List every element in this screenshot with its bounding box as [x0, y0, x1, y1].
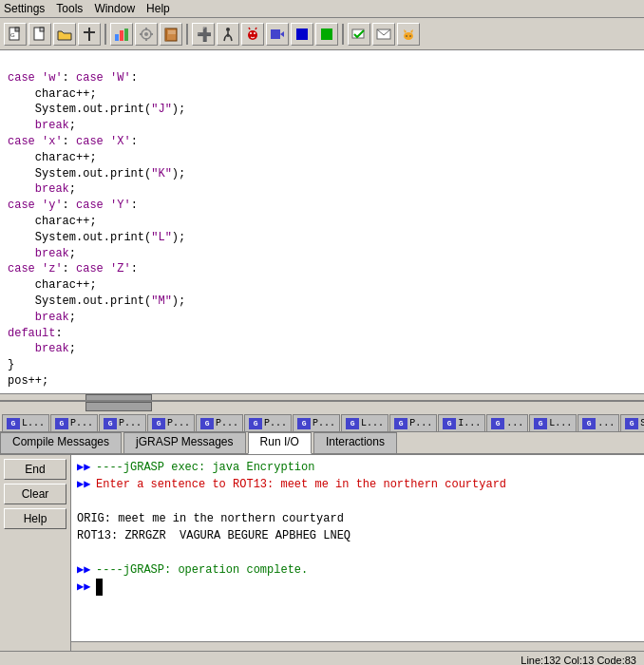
console-input-line: ▶▶	[77, 579, 638, 596]
pin-btn[interactable]	[78, 23, 101, 46]
file-tab-7[interactable]: GP...	[293, 414, 340, 431]
check-btn[interactable]	[348, 23, 370, 46]
svg-rect-14	[140, 33, 142, 35]
svg-point-21	[226, 28, 230, 31]
menu-help[interactable]: Help	[146, 2, 170, 15]
cat-btn[interactable]	[397, 23, 420, 46]
svg-rect-32	[271, 29, 280, 39]
svg-rect-12	[145, 28, 147, 30]
editor-hscroll-thumb[interactable]	[85, 394, 152, 402]
file-tab-13[interactable]: G...	[578, 414, 619, 431]
svg-point-11	[144, 32, 148, 36]
console-line-3: ORIG: meet me in the northern courtyard	[77, 510, 638, 527]
svg-text:➕: ➕	[197, 27, 211, 42]
svg-rect-17	[165, 28, 167, 41]
file-tab-1[interactable]: GL...	[2, 414, 49, 431]
file-tab-4[interactable]: GP...	[147, 414, 195, 431]
tab-compile-messages[interactable]: Compile Messages	[0, 432, 122, 453]
console-line-4: ROT13: ZRRGZR VAGURA BEGURE APBHEG LNEQ	[77, 527, 638, 544]
bottom-panel: Compile Messages jGRASP Messages Run I/O…	[0, 432, 644, 651]
build-btn[interactable]	[135, 23, 158, 46]
svg-rect-35	[321, 28, 332, 40]
console-output[interactable]: ▶▶ ----jGRASP exec: java Encryption ▶▶ E…	[71, 455, 644, 641]
svg-rect-1	[15, 28, 19, 31]
new-btn[interactable]	[28, 23, 51, 46]
file-tabs: GL... GP... GP... GP... GP... GP... GP..…	[0, 411, 644, 432]
svg-rect-8	[120, 30, 123, 41]
console-line-1: ▶▶ ----jGRASP exec: java Encryption	[77, 459, 638, 476]
console-line-blank1	[77, 493, 638, 510]
square-green-btn[interactable]	[315, 23, 338, 46]
editor-hscroll[interactable]	[0, 393, 644, 402]
console-hscroll[interactable]	[71, 641, 644, 651]
clear-button[interactable]: Clear	[4, 484, 66, 504]
console-text-5: ----jGRASP: operation complete.	[96, 561, 638, 579]
menu-window[interactable]: Window	[94, 2, 135, 15]
file-tab-11[interactable]: G...	[486, 414, 528, 431]
book-btn[interactable]	[160, 23, 182, 46]
console-line-5: ▶▶ ----jGRASP: operation complete.	[77, 561, 638, 579]
svg-marker-33	[280, 31, 284, 37]
add-btn[interactable]: ➕	[192, 23, 215, 46]
console-arrow-input: ▶▶	[77, 579, 92, 596]
svg-rect-7	[115, 34, 119, 41]
mail-btn[interactable]	[372, 23, 395, 46]
console-text-2: Enter a sentence to ROT13: meet me in th…	[96, 476, 638, 493]
chart-btn[interactable]	[110, 23, 133, 46]
file-tab-2[interactable]: GP...	[50, 414, 98, 431]
file-tab-8[interactable]: GL...	[341, 414, 388, 431]
new-class-btn[interactable]: G	[4, 23, 27, 46]
svg-point-41	[406, 35, 407, 37]
menubar: Settings Tools Window Help	[0, 0, 644, 18]
console-cursor	[96, 579, 638, 596]
console-text-3: ORIG: meet me in the northern courtyard	[77, 510, 638, 527]
menu-settings[interactable]: Settings	[4, 2, 45, 15]
tab-run-io[interactable]: Run I/O	[248, 432, 312, 454]
code-content: case 'w': case 'W': charac++; System.out…	[0, 50, 644, 393]
console-arrow-2: ▶▶	[77, 476, 92, 493]
editor-hscroll2-thumb[interactable]	[85, 402, 152, 411]
file-tab-14[interactable]: GS.	[620, 414, 644, 431]
end-button[interactable]: End	[4, 459, 66, 480]
bottom-tab-bar: Compile Messages jGRASP Messages Run I/O…	[0, 432, 644, 455]
editor-hscroll2[interactable]	[0, 402, 644, 411]
run-person-btn[interactable]	[217, 23, 239, 46]
file-tab-6[interactable]: GP...	[244, 414, 292, 431]
tab-interactions[interactable]: Interactions	[313, 432, 397, 453]
console-blank-1	[77, 493, 638, 510]
file-tab-5[interactable]: GP...	[196, 414, 243, 431]
debug-btn[interactable]	[241, 23, 264, 46]
console-text-4: ROT13: ZRRGZR VAGURA BEGURE APBHEG LNEQ	[77, 527, 638, 544]
console-line-2: ▶▶ Enter a sentence to ROT13: meet me in…	[77, 476, 638, 493]
svg-rect-13	[145, 38, 147, 41]
svg-text:G: G	[10, 32, 15, 38]
record-btn[interactable]	[266, 23, 289, 46]
file-tab-10[interactable]: GI...	[438, 414, 485, 431]
menu-tools[interactable]: Tools	[56, 2, 83, 15]
svg-line-25	[224, 37, 225, 41]
square-blue-btn[interactable]	[291, 23, 313, 46]
toolbar-sep-3	[342, 24, 344, 45]
file-tab-12[interactable]: GL...	[529, 414, 577, 431]
svg-marker-39	[404, 29, 407, 33]
svg-point-29	[254, 32, 256, 34]
console-text-1: ----jGRASP exec: java Encryption	[96, 459, 638, 476]
svg-line-31	[256, 28, 256, 29]
code-editor[interactable]: case 'w': case 'W': charac++; System.out…	[0, 50, 644, 402]
file-tab-9[interactable]: GP...	[389, 414, 437, 431]
tab-jgrasp-messages[interactable]: jGRASP Messages	[123, 432, 246, 453]
svg-point-42	[409, 35, 411, 37]
svg-rect-9	[124, 28, 128, 41]
file-tab-3[interactable]: GP...	[99, 414, 146, 431]
status-text: Line:132 Col:13 Code:83	[521, 655, 636, 666]
svg-line-30	[249, 28, 250, 29]
svg-rect-15	[150, 33, 153, 35]
svg-marker-40	[410, 29, 413, 33]
status-bar: Line:132 Col:13 Code:83	[0, 651, 644, 665]
svg-line-26	[231, 37, 232, 41]
console-blank-2	[77, 544, 638, 561]
help-button[interactable]: Help	[4, 508, 66, 529]
console-area: End Clear Help ▶▶ ----jGRASP exec: java …	[0, 455, 644, 651]
cursor-block	[96, 579, 103, 596]
open-btn[interactable]	[53, 23, 76, 46]
